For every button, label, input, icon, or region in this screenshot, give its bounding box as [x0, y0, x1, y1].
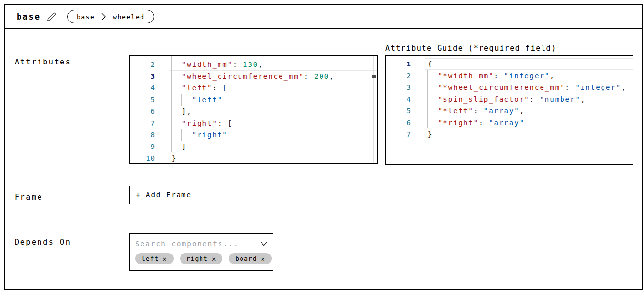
- line-number: 7: [386, 128, 425, 140]
- code-line-3[interactable]: 3 "*wheel_circumference_mm": "integer",: [386, 82, 633, 93]
- code-text: :: [233, 61, 243, 68]
- json-number-value: 130: [243, 61, 258, 68]
- line-number: 4: [386, 93, 425, 105]
- code-line-9[interactable]: 9 ]: [130, 141, 377, 152]
- indent-guide: [427, 117, 428, 128]
- line-number: 5: [386, 105, 425, 117]
- code-text: :: [530, 95, 540, 103]
- code-line-4[interactable]: 4 "spin_slip_factor": "number",: [386, 93, 633, 105]
- code-line-7[interactable]: 7 "right": [: [130, 117, 377, 129]
- dependency-chip-board: board✕: [229, 253, 272, 264]
- chip-remove-icon[interactable]: ✕: [261, 255, 265, 262]
- code-text: : [: [218, 119, 233, 127]
- chip-remove-icon[interactable]: ✕: [212, 255, 216, 262]
- code-content: "right": [: [169, 117, 377, 129]
- code-text: [428, 72, 438, 80]
- code-content: ],: [169, 106, 377, 117]
- chevron-right-icon: [101, 13, 106, 21]
- code-content: "spin_slip_factor": "number",: [425, 93, 633, 105]
- code-content: "*wheel_circumference_mm": "integer",: [425, 82, 633, 93]
- indent-guide: [181, 129, 182, 141]
- breadcrumb-item-base[interactable]: base: [77, 13, 95, 21]
- code-content: "*width_mm": "integer",: [425, 70, 633, 82]
- code-content: }: [425, 128, 633, 140]
- code-line-6[interactable]: 6 ],: [130, 106, 377, 117]
- json-key: "spin_slip_factor": [438, 95, 530, 103]
- code-line-5[interactable]: 5 "left": [130, 94, 377, 106]
- indent-guide: [171, 59, 172, 70]
- code-text: [428, 119, 438, 127]
- breadcrumb-item-wheeled[interactable]: wheeled: [113, 13, 144, 21]
- attributes-json-editor[interactable]: 2 "width_mm": 130,3 "wheel_circumference…: [129, 55, 378, 164]
- indent-guide: [171, 70, 172, 82]
- line-number: 8: [130, 129, 169, 141]
- code-line-3[interactable]: 3 "wheel_circumference_mm": 200,: [130, 70, 377, 82]
- code-line-5[interactable]: 5 "*left": "array",: [386, 105, 633, 117]
- code-text: :: [474, 107, 484, 115]
- json-number-value: 200: [314, 72, 329, 80]
- json-string-value: "array": [489, 119, 524, 127]
- code-text: ,: [621, 84, 626, 91]
- app-window: base base wheeled Attributes Frame Depen…: [4, 4, 643, 290]
- indent-guide: [171, 141, 172, 152]
- line-number: 7: [130, 117, 169, 129]
- code-text: [172, 61, 182, 68]
- line-number: 3: [386, 82, 425, 93]
- edit-pencil-icon[interactable]: [47, 12, 56, 21]
- code-line-2[interactable]: 2 "width_mm": 130,: [130, 59, 377, 70]
- chevron-down-icon[interactable]: [261, 242, 267, 246]
- page-title: base: [17, 12, 40, 21]
- chip-label: right: [186, 255, 208, 262]
- search-placeholder: Search components...: [135, 240, 239, 248]
- dependency-chips: left✕right✕board✕: [135, 253, 267, 264]
- line-number: 2: [386, 70, 425, 82]
- json-key: "*right": [438, 119, 479, 127]
- breadcrumb[interactable]: base wheeled: [67, 10, 154, 23]
- code-text: :: [479, 119, 489, 127]
- code-line-6[interactable]: 6 "*right": "array": [386, 117, 633, 128]
- indent-guide: [171, 117, 172, 129]
- line-number: 9: [130, 141, 169, 152]
- code-content: {: [425, 58, 633, 70]
- line-number: 2: [130, 59, 169, 70]
- json-string-value: "integer": [575, 84, 621, 91]
- json-key: "*width_mm": [438, 72, 494, 80]
- attribute-guide-editor[interactable]: 1{2 "*width_mm": "integer",3 "*wheel_cir…: [385, 55, 633, 165]
- attribute-guide-title: Attribute Guide (*required field): [385, 44, 557, 53]
- code-content: "*right": "array": [425, 117, 633, 128]
- line-number: 10: [130, 152, 169, 164]
- chip-remove-icon[interactable]: ✕: [162, 255, 167, 262]
- json-string-value: "integer": [504, 72, 550, 80]
- json-key: "wheel_circumference_mm": [182, 72, 304, 80]
- line-number: 3: [130, 70, 169, 82]
- code-text: :: [494, 72, 504, 80]
- code-text: [172, 84, 182, 92]
- json-string-value: "right": [192, 131, 228, 139]
- indent-guide: [171, 82, 172, 94]
- code-line-7[interactable]: 7}: [386, 128, 633, 140]
- code-text: [428, 107, 438, 115]
- code-text: :: [565, 84, 576, 91]
- header-bar: base base wheeled: [5, 5, 642, 29]
- code-rows: 2 "width_mm": 130,3 "wheel_circumference…: [130, 56, 377, 164]
- indent-guide: [427, 82, 428, 93]
- line-number: 1: [386, 58, 425, 70]
- code-line-4[interactable]: 4 "left": [: [130, 82, 377, 94]
- component-search-dropdown[interactable]: Search components...: [135, 238, 267, 249]
- code-content: "*left": "array",: [425, 105, 633, 117]
- code-text: :: [304, 72, 314, 80]
- code-line-2[interactable]: 2 "*width_mm": "integer",: [386, 70, 633, 82]
- code-rows: 1{2 "*width_mm": "integer",3 "*wheel_cir…: [386, 56, 633, 140]
- json-string-value: "left": [192, 96, 223, 104]
- attributes-label: Attributes: [15, 58, 71, 66]
- code-content: "left": [169, 94, 377, 106]
- code-text: ]: [172, 143, 187, 150]
- indent-guide: [427, 93, 428, 105]
- code-text: ],: [172, 107, 192, 115]
- code-text: [428, 84, 438, 91]
- code-line-8[interactable]: 8 "right": [130, 129, 377, 141]
- add-frame-button[interactable]: + Add Frame: [129, 186, 198, 204]
- code-line-10[interactable]: 10}: [130, 152, 377, 164]
- code-line-1[interactable]: 1{: [386, 58, 633, 70]
- json-key: "right": [182, 119, 218, 127]
